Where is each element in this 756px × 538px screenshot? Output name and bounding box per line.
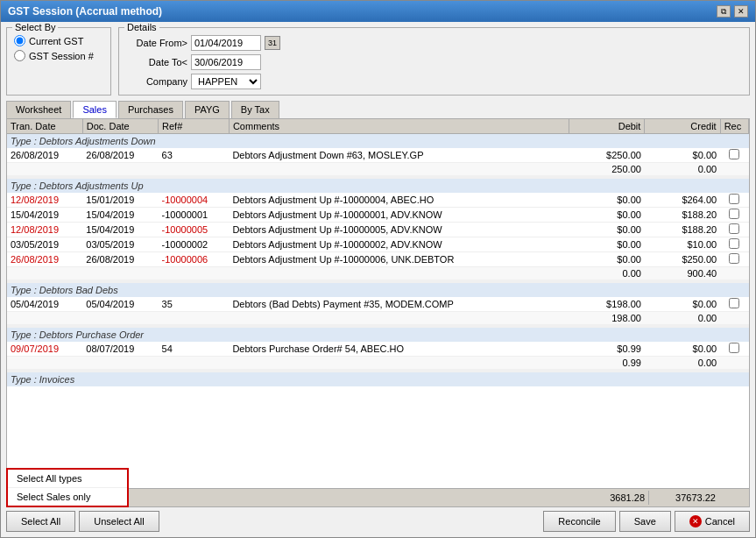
bottom-left-buttons: Select All Unselect All — [6, 511, 159, 532]
ref: 63 — [159, 148, 230, 163]
ref: -10000001 — [159, 208, 230, 223]
tab-purchases[interactable]: Purchases — [118, 101, 183, 118]
comment: Debtors Adjustment Down #63, MOSLEY.GP — [229, 148, 569, 163]
rec-check[interactable] — [729, 194, 739, 204]
company-row: Company HAPPEN — [126, 74, 742, 89]
tran-date: 09/07/2019 — [7, 342, 82, 357]
select-all-types-item[interactable]: Select All types — [8, 470, 127, 488]
bottom-bar: Select All types Select Sales only Selec… — [6, 507, 750, 532]
type-row: Type : Invoices — [7, 372, 749, 386]
col-rec: Rec — [720, 119, 748, 134]
tran-date: 15/04/2019 — [7, 208, 82, 223]
rec-check[interactable] — [729, 223, 739, 234]
comment: Debtors Adjustment Up #-10000006, UNK.DE… — [229, 252, 569, 267]
rec-checkbox[interactable] — [720, 342, 748, 357]
type-label: Type : Debtors Adjustments Up — [7, 179, 749, 193]
cancel-button[interactable]: ✕ Cancel — [675, 511, 750, 532]
window-controls: ⧉ ✕ — [717, 5, 748, 18]
ref: -10000006 — [159, 252, 230, 267]
doc-date: 05/04/2019 — [82, 297, 158, 312]
tran-date: 03/05/2019 — [7, 237, 82, 252]
comment: Debtors Adjustment Up #-10000001, ADV.KN… — [229, 208, 569, 223]
subtotal-row: 0.99 0.00 — [7, 357, 749, 370]
subtotal-credit: 0.00 — [645, 163, 720, 176]
tab-worksheet[interactable]: Worksheet — [6, 101, 71, 118]
top-section: Select By Current GST GST Session # Deta… — [6, 27, 750, 96]
rec-checkbox[interactable] — [720, 148, 748, 163]
select-sales-only-item[interactable]: Select Sales only — [8, 488, 127, 506]
credit: $0.00 — [645, 342, 720, 357]
debit: $0.00 — [569, 223, 645, 237]
comment: Debtors Adjustment Up #-10000005, ADV.KN… — [229, 223, 569, 237]
ref: -10000004 — [159, 193, 230, 208]
col-credit: Credit — [645, 119, 720, 134]
tab-by-tax[interactable]: By Tax — [231, 101, 279, 118]
type-label: Type : Debtors Bad Debs — [7, 283, 749, 297]
transactions-table-container: Tran. Date Doc. Date Ref# Comments Debit… — [6, 118, 750, 489]
doc-date: 15/04/2019 — [82, 208, 158, 223]
main-content: Select By Current GST GST Session # Deta… — [1, 22, 755, 537]
save-button[interactable]: Save — [619, 511, 671, 532]
credit: $0.00 — [645, 148, 720, 163]
rec-checkbox[interactable] — [720, 193, 748, 208]
doc-date: 15/01/2019 — [82, 193, 158, 208]
tran-date: 26/08/2019 — [7, 252, 82, 267]
rec-checkbox[interactable] — [720, 237, 748, 252]
rec-checkbox[interactable] — [720, 208, 748, 223]
current-gst-radio[interactable] — [14, 35, 25, 46]
company-select[interactable]: HAPPEN — [191, 74, 261, 89]
type-row: Type : Debtors Bad Debs — [7, 283, 749, 297]
current-gst-row: Current GST — [14, 35, 103, 46]
type-label: Type : Invoices — [7, 372, 749, 386]
tran-date: 26/08/2019 — [7, 148, 82, 163]
rec-check[interactable] — [729, 209, 739, 219]
date-from-input[interactable] — [191, 35, 261, 51]
col-tran-date: Tran. Date — [7, 119, 82, 134]
rec-check[interactable] — [729, 298, 739, 308]
close-button[interactable]: ✕ — [734, 5, 748, 18]
col-ref: Ref# — [159, 119, 230, 134]
subtotal-credit: 0.00 — [645, 312, 720, 325]
unselect-all-button[interactable]: Unselect All — [79, 511, 159, 532]
bottom-center-buttons: Reconcile Save ✕ Cancel — [543, 511, 750, 532]
date-from-calendar-button[interactable]: 31 — [265, 36, 280, 50]
debit: $198.00 — [569, 297, 645, 312]
tab-sales[interactable]: Sales — [73, 101, 117, 118]
gst-session-radio[interactable] — [14, 50, 25, 61]
current-gst-label: Current GST — [29, 36, 83, 46]
select-all-area: Select All types Select Sales only Selec… — [6, 511, 159, 532]
date-to-input[interactable] — [191, 54, 261, 70]
tran-date: 05/04/2019 — [7, 297, 82, 312]
comment: Debtors Adjustment Up #-10000004, ABEC.H… — [229, 193, 569, 208]
gst-session-label: GST Session # — [29, 51, 94, 61]
debit: $0.00 — [569, 237, 645, 252]
credit: $0.00 — [645, 297, 720, 312]
cancel-icon: ✕ — [689, 515, 702, 527]
rec-checkbox[interactable] — [720, 223, 748, 237]
tran-date: 12/08/2019 — [7, 193, 82, 208]
doc-date: 26/08/2019 — [82, 252, 158, 267]
rec-checkbox[interactable] — [720, 297, 748, 312]
type-row: Type : Debtors Purchase Order — [7, 328, 749, 342]
rec-check[interactable] — [729, 149, 739, 159]
table-row: 12/08/2019 15/01/2019 -10000004 Debtors … — [7, 193, 749, 208]
rec-check[interactable] — [729, 343, 739, 353]
select-by-label: Select By — [12, 22, 58, 32]
table-row: 26/08/2019 26/08/2019 63 Debtors Adjustm… — [7, 148, 749, 163]
tab-bar: Worksheet Sales Purchases PAYG By Tax — [6, 101, 750, 118]
main-window: GST Session (Accrual method) ⧉ ✕ Select … — [0, 0, 756, 538]
rec-check[interactable] — [729, 238, 739, 249]
tran-date: 12/08/2019 — [7, 223, 82, 237]
rec-checkbox[interactable] — [720, 252, 748, 267]
col-debit: Debit — [569, 119, 645, 134]
reconcile-button[interactable]: Reconcile — [543, 511, 615, 532]
debit: $250.00 — [569, 148, 645, 163]
date-to-row: Date To< — [126, 54, 742, 70]
select-all-button[interactable]: Select All — [6, 511, 75, 532]
debit: $0.00 — [569, 252, 645, 267]
gst-session-row: GST Session # — [14, 50, 103, 61]
tab-payg[interactable]: PAYG — [185, 101, 230, 118]
restore-button[interactable]: ⧉ — [717, 5, 731, 18]
rec-check[interactable] — [729, 253, 739, 264]
date-to-label: Date To< — [126, 57, 187, 67]
